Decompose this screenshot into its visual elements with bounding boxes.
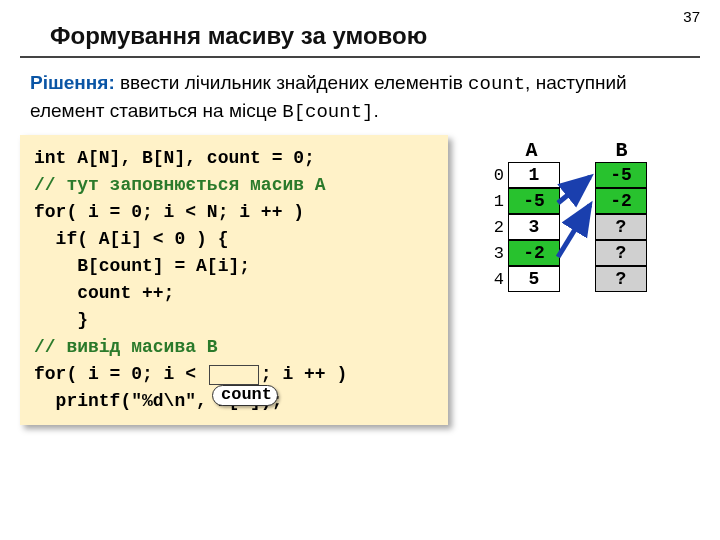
cell-b: -2 xyxy=(595,188,647,214)
description: Рішення: ввести лічильник знайдених елем… xyxy=(0,70,720,135)
cell-b: ? xyxy=(595,240,647,266)
cell-a: 5 xyxy=(508,266,560,292)
code-line: B[count] = A[i]; xyxy=(34,253,434,280)
desc-code-count: count xyxy=(468,73,525,95)
array-row: 0 1 -5 xyxy=(478,162,649,188)
page-title: Формування масиву за умовою xyxy=(20,0,700,58)
cell-a: 3 xyxy=(508,214,560,240)
row-index: 3 xyxy=(478,244,508,263)
code-fragment: for( i = 0; i < xyxy=(34,364,207,384)
cell-b: ? xyxy=(595,266,647,292)
cell-a: -5 xyxy=(508,188,560,214)
code-line: for( i = 0; i < ; i ++ ) xyxy=(34,361,434,388)
code-comment: // тут заповнюється масив A xyxy=(34,172,434,199)
desc-text1: ввести лічильник знайдених елементів xyxy=(115,72,468,93)
desc-code-bcount: B[count] xyxy=(282,101,373,123)
cell-a: 1 xyxy=(508,162,560,188)
count-bubble: count xyxy=(212,385,278,406)
array-row: 3 -2 ? xyxy=(478,240,649,266)
array-b-label: B xyxy=(594,139,649,162)
cell-b: -5 xyxy=(595,162,647,188)
code-fragment: ; i ++ ) xyxy=(261,364,347,384)
array-row: 4 5 ? xyxy=(478,266,649,292)
fill-box xyxy=(209,365,259,385)
array-row: 1 -5 -2 xyxy=(478,188,649,214)
code-line: int A[N], B[N], count = 0; xyxy=(34,145,434,172)
code-line: } xyxy=(34,307,434,334)
cell-a: -2 xyxy=(508,240,560,266)
row-index: 4 xyxy=(478,270,508,289)
code-box: int A[N], B[N], count = 0; // тут заповн… xyxy=(20,135,448,425)
row-index: 1 xyxy=(478,192,508,211)
code-line: count ++; xyxy=(34,280,434,307)
code-line: for( i = 0; i < N; i ++ ) xyxy=(34,199,434,226)
row-index: 2 xyxy=(478,218,508,237)
arrays-diagram: A B 0 1 -5 1 -5 -2 2 3 ? 3 -2 ? xyxy=(478,135,649,292)
cell-b: ? xyxy=(595,214,647,240)
desc-text3: . xyxy=(373,100,378,121)
code-comment: // вивід масива B xyxy=(34,334,434,361)
row-index: 0 xyxy=(478,166,508,185)
array-a-label: A xyxy=(504,139,559,162)
array-row: 2 3 ? xyxy=(478,214,649,240)
desc-keyword: Рішення: xyxy=(30,72,115,93)
page-number: 37 xyxy=(683,8,700,25)
code-line: if( A[i] < 0 ) { xyxy=(34,226,434,253)
